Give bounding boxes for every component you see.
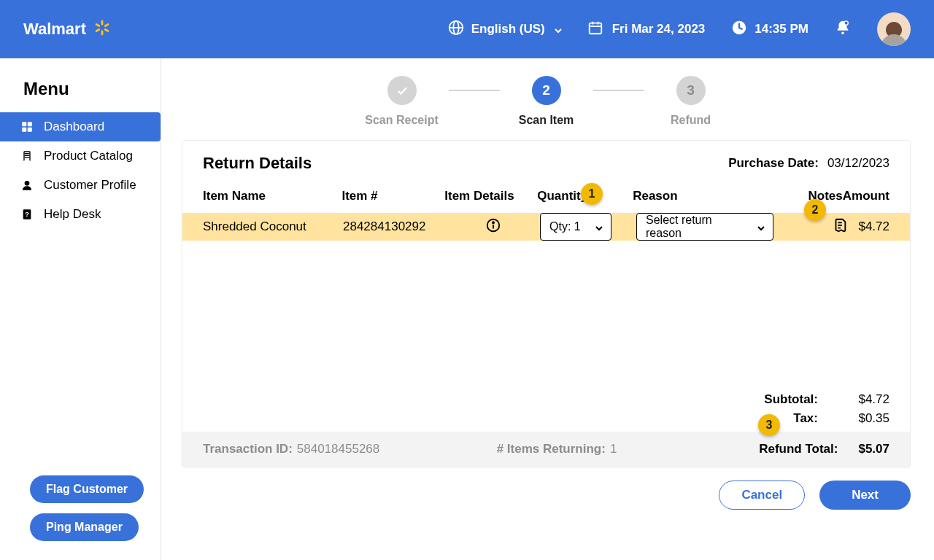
svg-point-19	[25, 181, 30, 186]
step-scan-item[interactable]: 2 Scan Item	[500, 76, 593, 127]
svg-rect-15	[28, 128, 32, 132]
table-row: Shredded Coconut 284284130292 Qty: 1	[182, 213, 910, 241]
col-amount: Amount	[843, 189, 889, 203]
reason-dropdown[interactable]: Select return reason	[636, 213, 773, 241]
totals: Subtotal: $4.72 Tax: $0.35 3	[182, 384, 910, 432]
step-circle-done	[387, 76, 417, 105]
col-item-number: Item #	[341, 189, 444, 203]
action-buttons: Cancel Next	[182, 467, 911, 510]
card-footer: Transaction ID:584018455268 # Items Retu…	[182, 432, 910, 467]
svg-rect-8	[589, 23, 601, 34]
sidebar-actions: Flag Customer Ping Manager	[0, 475, 161, 560]
sidebar-item-customer-profile[interactable]: Customer Profile	[0, 171, 161, 200]
annotation-badge-1: 1	[581, 183, 603, 205]
language-label: English (US)	[471, 22, 545, 36]
avatar[interactable]	[877, 12, 911, 46]
tax-value: $0.35	[838, 411, 889, 426]
sidebar-item-label: Product Catalog	[44, 149, 133, 163]
catalog-icon	[20, 149, 34, 163]
step-label: Scan Receipt	[365, 114, 438, 127]
purchase-date-value: 03/12/2023	[827, 156, 889, 170]
user-icon	[20, 179, 34, 192]
notification-bell-icon[interactable]	[835, 19, 851, 39]
items-returning: # Items Returning:1	[497, 442, 617, 456]
transaction-id: Transaction ID:584018455268	[203, 442, 379, 456]
cell-amount: $4.72	[848, 219, 889, 234]
time-text: 14:35 PM	[754, 22, 808, 36]
date-text: Fri Mar 24, 2023	[612, 22, 706, 36]
menu-title: Menu	[0, 73, 161, 112]
refund-total: Refund Total: $5.07	[759, 442, 889, 456]
step-circle-pending: 3	[676, 76, 706, 105]
info-icon[interactable]	[485, 217, 501, 237]
language-selector[interactable]: English (US)	[448, 20, 561, 39]
date-display: Fri Mar 24, 2023	[587, 20, 706, 39]
table-header: Item Name Item # Item Details Quantity R…	[182, 183, 910, 213]
svg-rect-17	[25, 155, 30, 156]
refund-value: $5.07	[858, 442, 889, 456]
step-line	[449, 90, 500, 91]
calendar-icon	[587, 20, 603, 39]
cell-item-number: 284284130292	[343, 219, 447, 234]
svg-rect-0	[101, 20, 104, 26]
ping-manager-button[interactable]: Ping Manager	[30, 513, 139, 541]
txn-id: 584018455268	[297, 442, 379, 456]
svg-rect-1	[101, 31, 104, 36]
cell-notes	[794, 217, 848, 237]
items-label: # Items Returning:	[497, 442, 606, 456]
cell-item-details	[447, 217, 540, 237]
svg-text:?: ?	[25, 211, 29, 218]
dashboard-icon	[20, 120, 34, 133]
help-icon: ?	[20, 208, 34, 221]
subtotal-label: Subtotal:	[714, 392, 838, 407]
app-header: Walmart English (US)	[0, 0, 934, 58]
sidebar-item-label: Dashboard	[44, 120, 104, 134]
purchase-date: Purchase Date:03/12/2023	[728, 156, 889, 171]
tax-row: Tax: $0.35	[714, 411, 889, 426]
col-reason: Reason	[633, 189, 789, 203]
main-content: Scan Receipt 2 Scan Item 3 Refund Return…	[161, 58, 934, 560]
svg-rect-2	[104, 23, 109, 28]
notes-icon[interactable]	[832, 217, 848, 237]
chevron-down-icon	[552, 25, 561, 34]
svg-point-23	[493, 222, 494, 223]
svg-point-11	[844, 21, 849, 25]
sidebar-item-product-catalog[interactable]: Product Catalog	[0, 141, 161, 171]
step-scan-receipt[interactable]: Scan Receipt	[355, 76, 449, 127]
stepper: Scan Receipt 2 Scan Item 3 Refund	[182, 76, 911, 127]
sidebar-item-dashboard[interactable]: Dashboard	[0, 112, 161, 141]
cell-reason: Select return reason	[636, 213, 794, 241]
qty-value: Qty: 1	[549, 220, 581, 233]
next-button[interactable]: Next	[819, 481, 911, 510]
svg-point-10	[841, 32, 844, 35]
purchase-date-label: Purchase Date:	[728, 156, 819, 170]
cell-item-name: Shredded Coconut	[203, 219, 343, 234]
svg-rect-18	[25, 157, 30, 158]
svg-rect-4	[95, 23, 100, 28]
annotation-badge-3: 3	[758, 414, 780, 436]
subtotal-row: Subtotal: $4.72	[714, 392, 889, 407]
menu-list: Dashboard Product Catalog Customer Profi…	[0, 112, 161, 229]
svg-rect-14	[22, 128, 26, 132]
sidebar-item-help-desk[interactable]: ? Help Desk	[0, 200, 161, 229]
svg-rect-16	[25, 153, 30, 154]
sidebar-item-label: Customer Profile	[44, 178, 136, 192]
table-empty-space	[182, 241, 910, 384]
return-details-card: Return Details Purchase Date:03/12/2023 …	[182, 140, 911, 467]
card-header: Return Details Purchase Date:03/12/2023	[182, 141, 910, 183]
step-label: Refund	[671, 114, 711, 127]
sidebar-item-label: Help Desk	[44, 207, 101, 222]
flag-customer-button[interactable]: Flag Customer	[30, 475, 144, 503]
header-right: English (US) Fri Mar 24, 2023 14:35 PM	[448, 12, 911, 46]
col-item-details: Item Details	[444, 189, 537, 203]
cancel-button[interactable]: Cancel	[719, 481, 805, 510]
col-item-name: Item Name	[203, 189, 341, 203]
subtotal-value: $4.72	[838, 392, 889, 407]
clock-icon	[731, 20, 747, 39]
refund-label: Refund Total:	[759, 442, 838, 456]
step-refund[interactable]: 3 Refund	[644, 76, 738, 127]
annotation-badge-2: 2	[804, 199, 826, 221]
step-label: Scan Item	[519, 114, 574, 127]
qty-dropdown[interactable]: Qty: 1	[540, 213, 611, 241]
step-circle-active: 2	[532, 76, 561, 105]
